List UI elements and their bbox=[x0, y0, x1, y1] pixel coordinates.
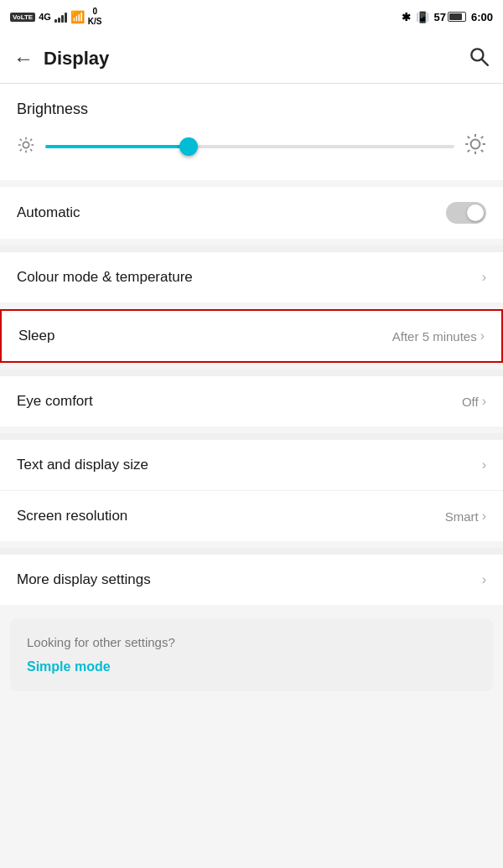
brightness-slider-row bbox=[17, 133, 486, 160]
automatic-label: Automatic bbox=[17, 204, 80, 221]
battery-box bbox=[448, 12, 466, 22]
bluetooth-icon: ✱ bbox=[402, 11, 411, 23]
svg-line-19 bbox=[468, 150, 469, 152]
bar2 bbox=[58, 18, 60, 23]
text-display-size-chevron-icon: › bbox=[482, 457, 486, 473]
divider-4 bbox=[0, 548, 503, 555]
divider-3 bbox=[0, 433, 503, 440]
brightness-slider[interactable] bbox=[45, 134, 454, 159]
slider-fill bbox=[45, 145, 189, 148]
bottom-card-text: Looking for other settings? bbox=[27, 635, 476, 649]
svg-line-16 bbox=[468, 137, 469, 138]
svg-point-11 bbox=[471, 140, 480, 149]
display-size-group: Text and display size › Screen resolutio… bbox=[0, 440, 503, 541]
eye-comfort-value: Off bbox=[462, 395, 479, 409]
brightness-label: Brightness bbox=[17, 101, 486, 118]
bar1 bbox=[54, 19, 57, 23]
time-display: 6:00 bbox=[471, 11, 493, 23]
svg-point-2 bbox=[23, 142, 29, 147]
sleep-label: Sleep bbox=[18, 328, 54, 344]
back-button[interactable]: ← bbox=[13, 47, 34, 70]
text-display-size-right: › bbox=[482, 457, 486, 473]
eye-comfort-label: Eye comfort bbox=[17, 393, 93, 410]
colour-mode-group: Colour mode & temperature › bbox=[0, 252, 503, 302]
slider-thumb[interactable] bbox=[179, 137, 198, 156]
sleep-value: After 5 minutes bbox=[392, 329, 477, 344]
content: Brightness bbox=[0, 84, 503, 691]
battery-indicator: 57 bbox=[434, 11, 466, 23]
page-title: Display bbox=[44, 48, 468, 70]
sleep-chevron-icon: › bbox=[480, 328, 485, 344]
network-indicator: 4G bbox=[39, 12, 51, 22]
more-display-settings-row[interactable]: More display settings › bbox=[0, 555, 503, 605]
svg-line-10 bbox=[20, 149, 22, 151]
sun-large-icon bbox=[464, 133, 486, 160]
eye-comfort-right: Off › bbox=[462, 394, 486, 409]
svg-line-8 bbox=[30, 149, 32, 151]
more-display-settings-label: More display settings bbox=[17, 571, 151, 588]
volte-indicator: VoLTE bbox=[10, 13, 35, 22]
automatic-row[interactable]: Automatic bbox=[0, 187, 503, 239]
status-bar: VoLTE 4G 📶 0K/S ✱ 📳 57 6:00 bbox=[0, 0, 503, 34]
simple-mode-link[interactable]: Simple mode bbox=[27, 659, 476, 674]
wifi-icon: 📶 bbox=[70, 10, 85, 23]
more-display-settings-right: › bbox=[482, 572, 486, 587]
sleep-row[interactable]: Sleep After 5 minutes › bbox=[0, 309, 503, 363]
text-display-size-row[interactable]: Text and display size › bbox=[0, 440, 503, 491]
bar4 bbox=[65, 13, 67, 23]
screen-resolution-right: Smart › bbox=[445, 509, 486, 524]
screen-resolution-row[interactable]: Screen resolution Smart › bbox=[0, 491, 503, 541]
status-right: ✱ 📳 57 6:00 bbox=[402, 11, 494, 23]
status-left: VoLTE 4G 📶 0K/S bbox=[10, 7, 102, 27]
battery-fill bbox=[449, 13, 462, 20]
automatic-toggle[interactable] bbox=[446, 202, 486, 224]
colour-mode-label: Colour mode & temperature bbox=[17, 269, 193, 286]
sleep-section: Sleep After 5 minutes › bbox=[0, 309, 503, 363]
signal-bars-icon bbox=[54, 11, 67, 23]
search-button[interactable] bbox=[468, 45, 490, 72]
more-settings-group: More display settings › bbox=[0, 555, 503, 605]
brightness-section: Brightness bbox=[0, 84, 503, 180]
sleep-right: After 5 minutes › bbox=[392, 328, 485, 344]
eye-comfort-chevron-icon: › bbox=[482, 394, 486, 409]
svg-line-17 bbox=[481, 150, 483, 152]
svg-line-7 bbox=[20, 138, 22, 140]
data-speed: 0K/S bbox=[88, 7, 102, 27]
sun-small-icon bbox=[17, 136, 35, 158]
bar3 bbox=[61, 15, 64, 23]
colour-mode-row[interactable]: Colour mode & temperature › bbox=[0, 252, 503, 302]
divider-2 bbox=[0, 369, 503, 376]
toggle-thumb bbox=[467, 204, 484, 221]
screen-resolution-chevron-icon: › bbox=[482, 509, 486, 524]
vibrate-icon: 📳 bbox=[416, 11, 429, 23]
bottom-card: Looking for other settings? Simple mode bbox=[10, 618, 493, 691]
svg-line-18 bbox=[481, 137, 483, 138]
battery-percent: 57 bbox=[434, 11, 446, 23]
more-display-settings-chevron-icon: › bbox=[482, 572, 486, 587]
text-display-size-label: Text and display size bbox=[17, 457, 148, 473]
top-bar: ← Display bbox=[0, 34, 503, 84]
svg-line-9 bbox=[30, 138, 32, 140]
eye-comfort-row[interactable]: Eye comfort Off › bbox=[0, 376, 503, 426]
svg-line-1 bbox=[482, 59, 488, 65]
divider-1 bbox=[0, 245, 503, 252]
eye-comfort-group: Eye comfort Off › bbox=[0, 376, 503, 426]
screen-resolution-label: Screen resolution bbox=[17, 508, 127, 524]
slider-track bbox=[45, 145, 454, 148]
colour-mode-right: › bbox=[482, 270, 486, 285]
colour-mode-chevron-icon: › bbox=[482, 270, 486, 285]
screen-resolution-value: Smart bbox=[445, 509, 479, 524]
